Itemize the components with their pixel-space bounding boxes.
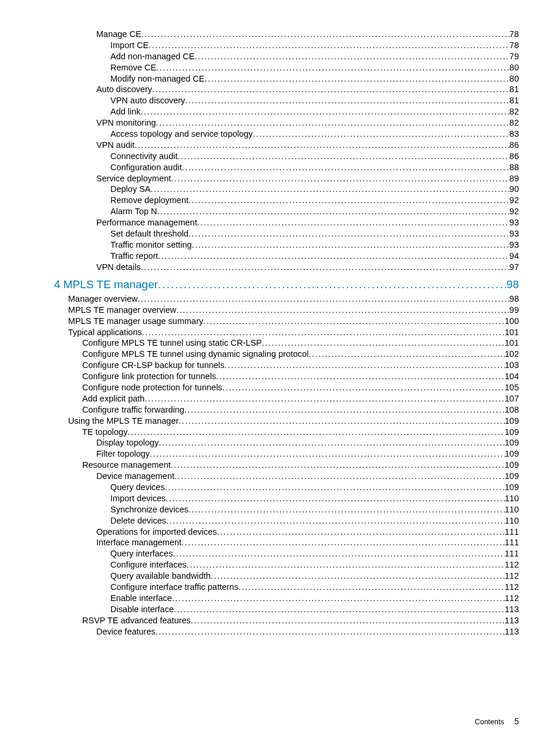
toc-entry-page: 104	[505, 372, 519, 382]
toc-leader-dots	[204, 74, 509, 84]
toc-entry[interactable]: Manage CE78	[54, 29, 519, 39]
toc-entry[interactable]: Access topology and service topology83	[54, 129, 519, 139]
toc-entry[interactable]: VPN auto discovery81	[54, 96, 519, 106]
toc-entry[interactable]: Set default threshold93	[54, 229, 519, 239]
toc-entry[interactable]: Display topology109	[54, 438, 519, 448]
toc-entry-page: 109	[505, 460, 519, 470]
toc-leader-dots	[217, 527, 505, 537]
toc-entry[interactable]: Remove CE80	[54, 63, 519, 73]
toc-entry-title: Configuration audit	[110, 163, 182, 173]
toc-leader-dots	[141, 262, 510, 272]
toc-leader-dots	[185, 96, 510, 106]
toc-leader-dots	[192, 240, 510, 250]
toc-entry-title: Query interfaces	[110, 549, 173, 559]
toc-entry[interactable]: Query interfaces111	[54, 549, 519, 559]
toc-entry[interactable]: TE topology109	[54, 427, 519, 437]
toc-entry-title: Typical applications	[68, 328, 142, 337]
toc-leader-dots	[216, 372, 505, 382]
toc-entry[interactable]: 4 MPLS TE manager98	[54, 278, 519, 292]
toc-entry[interactable]: Import CE78	[54, 40, 519, 50]
toc-leader-dots	[173, 549, 504, 559]
toc-entry[interactable]: MPLS TE manager overview99	[54, 305, 519, 315]
toc-entry[interactable]: Configure node protection for tunnels105	[54, 383, 519, 393]
toc-entry[interactable]: Remove deployment92	[54, 195, 519, 205]
toc-entry[interactable]: Add link82	[54, 107, 519, 117]
toc-entry[interactable]: Configure interface traffic patterns112	[54, 582, 519, 592]
toc-entry-title: Configure MPLS TE tunnel using dynamic s…	[82, 349, 309, 359]
toc-entry[interactable]: Query devices109	[54, 482, 519, 492]
toc-entry[interactable]: Modify non-managed CE80	[54, 74, 519, 84]
toc-entry[interactable]: Disable interface113	[54, 605, 519, 615]
toc-entry-page: 82	[510, 118, 519, 128]
toc-entry-page: 113	[505, 605, 519, 615]
toc-entry[interactable]: Device management109	[54, 471, 519, 481]
toc-entry-page: 97	[510, 262, 519, 272]
toc-entry-title: Configure CR-LSP backup for tunnels	[82, 360, 224, 370]
toc-entry[interactable]: Delete devices110	[54, 516, 519, 526]
toc-entry[interactable]: Configure traffic forwarding108	[54, 405, 519, 415]
toc-entry[interactable]: Traffic monitor setting93	[54, 240, 519, 250]
toc-entry[interactable]: Configure link protection for tunnels104	[54, 372, 519, 382]
toc-entry[interactable]: VPN audit86	[54, 140, 519, 150]
toc-entry[interactable]: Device features113	[54, 627, 519, 637]
toc-entry[interactable]: Configuration audit88	[54, 163, 519, 173]
toc-entry[interactable]: MPLS TE manager usage summary100	[54, 316, 519, 326]
toc-entry-title: Manage CE	[96, 29, 141, 39]
toc-entry-page: 113	[505, 616, 519, 626]
toc-entry[interactable]: VPN monitoring82	[54, 118, 519, 128]
toc-entry[interactable]: VPN details97	[54, 262, 519, 272]
toc-entry[interactable]: Filter topology109	[54, 449, 519, 459]
toc-entry[interactable]: Configure interfaces112	[54, 560, 519, 570]
toc-entry[interactable]: Connectivity audit86	[54, 151, 519, 161]
toc-leader-dots	[156, 118, 510, 128]
toc-entry-page: 99	[510, 305, 519, 315]
toc-entry-page: 101	[505, 328, 519, 337]
toc-entry[interactable]: Performance management93	[54, 218, 519, 228]
toc-entry[interactable]: Using the MPLS TE manager109	[54, 416, 519, 426]
toc-entry-title: Disable interface	[110, 605, 174, 615]
toc-entry-title: MPLS TE manager overview	[68, 305, 176, 315]
toc-entry-title: Device features	[96, 627, 156, 637]
toc-entry[interactable]: Import devices110	[54, 494, 519, 504]
toc-entry[interactable]: Enable interface112	[54, 593, 519, 603]
toc-entry[interactable]: Synchronize devices110	[54, 505, 519, 515]
toc-entry-title: Device management	[96, 471, 174, 481]
toc-leader-dots	[174, 605, 505, 615]
toc-entry-title: MPLS TE manager usage summary	[68, 316, 203, 326]
toc-leader-dots	[157, 207, 510, 217]
toc-entry-page: 111	[505, 527, 519, 537]
toc-entry[interactable]: Deploy SA90	[54, 184, 519, 194]
toc-entry[interactable]: Configure MPLS TE tunnel using dynamic s…	[54, 349, 519, 359]
toc-leader-dots	[224, 360, 504, 370]
toc-entry-page: 110	[505, 505, 519, 515]
toc-entry[interactable]: Typical applications101	[54, 328, 519, 337]
toc-leader-dots	[177, 151, 509, 161]
toc-leader-dots	[156, 63, 510, 73]
toc-entry-title: Auto discovery	[96, 85, 152, 94]
toc-entry[interactable]: Auto discovery81	[54, 85, 519, 94]
toc-entry[interactable]: Query available bandwidth112	[54, 571, 519, 581]
toc-entry[interactable]: Add non-managed CE79	[54, 52, 519, 62]
toc-entry-page: 83	[510, 129, 519, 139]
toc-entry-title: Access topology and service topology	[110, 129, 253, 139]
toc-entry-page: 88	[510, 163, 519, 173]
toc-leader-dots	[172, 593, 505, 603]
toc-entry[interactable]: Alarm Top N92	[54, 207, 519, 217]
toc-entry[interactable]: Operations for imported devices111	[54, 527, 519, 537]
toc-leader-dots	[187, 560, 505, 570]
toc-entry[interactable]: Add explicit path107	[54, 394, 519, 404]
table-of-contents: Manage CE78Import CE78Add non-managed CE…	[54, 29, 519, 637]
toc-entry[interactable]: Interface management111	[54, 538, 519, 548]
toc-entry[interactable]: Resource management109	[54, 460, 519, 470]
toc-entry[interactable]: Service deployment89	[54, 174, 519, 184]
toc-entry-title: TE topology	[82, 427, 127, 437]
toc-entry-title: Query devices	[110, 482, 165, 492]
toc-entry[interactable]: Manager overview98	[54, 294, 519, 304]
toc-entry-title: Add explicit path	[82, 394, 144, 404]
toc-entry-page: 102	[505, 349, 519, 359]
toc-entry[interactable]: Configure MPLS TE tunnel using static CR…	[54, 338, 519, 348]
toc-entry[interactable]: Traffic report94	[54, 251, 519, 261]
footer-page-number: 5	[514, 717, 519, 726]
toc-entry[interactable]: Configure CR-LSP backup for tunnels103	[54, 360, 519, 370]
toc-entry[interactable]: RSVP TE advanced features113	[54, 616, 519, 626]
